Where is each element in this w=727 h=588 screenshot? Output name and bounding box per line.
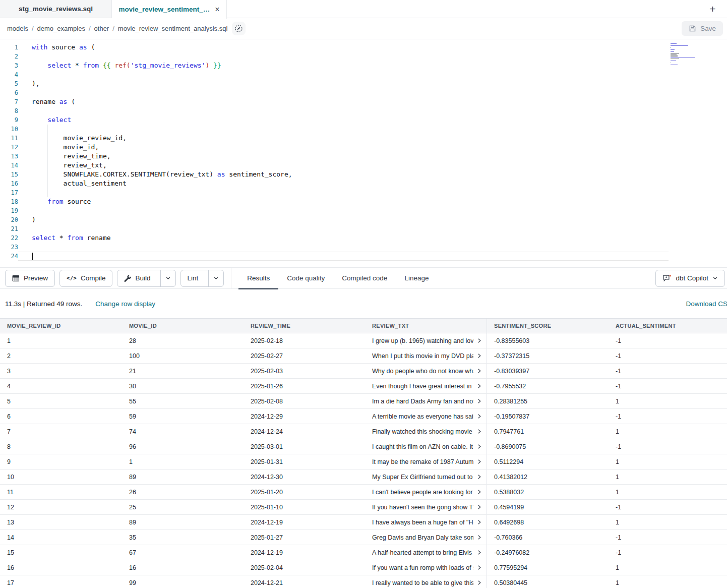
code-line[interactable]: 6: [0, 88, 727, 97]
code-lines: 1with source as (23 select * from {{ ref…: [0, 43, 727, 261]
cell-value: 4: [7, 383, 11, 390]
expand-cell-button[interactable]: [476, 535, 482, 540]
column-header[interactable]: REVIEW_TXT: [365, 319, 487, 333]
expand-cell-button[interactable]: [476, 565, 482, 570]
column-header[interactable]: SENTIMENT_SCORE: [487, 319, 609, 333]
preview-button[interactable]: Preview: [5, 270, 55, 287]
breadcrumb-segment[interactable]: movie_review_sentiment_analysis.sql: [118, 25, 228, 32]
breadcrumb-segment[interactable]: other: [94, 25, 109, 32]
minimap-line: [671, 45, 688, 46]
code-line[interactable]: 15 SNOWFLAKE.CORTEX.SENTIMENT(review_txt…: [0, 170, 727, 179]
dbt-copilot-button[interactable]: dbt Copilot: [655, 270, 725, 287]
code-line[interactable]: 17: [0, 188, 727, 197]
code-line[interactable]: 23: [0, 243, 727, 252]
column-header[interactable]: MOVIE_ID: [122, 319, 244, 333]
line-number: 1: [0, 43, 18, 52]
table-cell: 7: [0, 424, 122, 439]
tab-stg-movie-reviews[interactable]: stg_movie_reviews.sql: [0, 0, 112, 18]
code-line[interactable]: 13 review_time,: [0, 152, 727, 161]
cell-value: 2025-03-01: [251, 443, 283, 450]
expand-cell-button[interactable]: [476, 489, 482, 495]
code-line[interactable]: 14 review_txt,: [0, 161, 727, 170]
expand-cell-button[interactable]: [476, 519, 482, 525]
expand-cell-button[interactable]: [476, 444, 482, 449]
code-line[interactable]: 2: [0, 52, 727, 61]
code-line[interactable]: 8: [0, 106, 727, 115]
code-line[interactable]: 12 movie_id,: [0, 143, 727, 152]
compile-button[interactable]: </> Compile: [59, 270, 112, 287]
column-header[interactable]: MOVIE_REVIEW_ID: [0, 319, 122, 333]
tab-code-quality[interactable]: Code quality: [278, 267, 333, 289]
expand-cell-button[interactable]: [476, 550, 482, 555]
code-line[interactable]: 10: [0, 125, 727, 134]
code-line[interactable]: 9 select: [0, 115, 727, 125]
expand-cell-button[interactable]: [476, 414, 482, 419]
cell-value: Why do people who do not know what…: [372, 368, 473, 375]
minimap[interactable]: [671, 43, 702, 68]
tab-compiled-code[interactable]: Compiled code: [333, 267, 396, 289]
save-button[interactable]: Save: [682, 21, 723, 36]
code-line[interactable]: 11 movie_review_id,: [0, 134, 727, 143]
code-line[interactable]: 4: [0, 70, 727, 79]
tab-movie-review-sentiment[interactable]: movie_review_sentiment_… ×: [112, 0, 227, 19]
cell-value: 6: [7, 413, 11, 420]
close-tab-icon[interactable]: ×: [215, 6, 219, 14]
cell-value: When I put this movie in my DVD playe…: [372, 352, 473, 360]
code-editor[interactable]: 1with source as (23 select * from {{ ref…: [0, 39, 727, 267]
expand-cell-button[interactable]: [476, 353, 482, 359]
expand-cell-button[interactable]: [476, 580, 482, 585]
expand-cell-button[interactable]: [476, 474, 482, 480]
table-row: 3212025-02-03Why do people who do not kn…: [0, 364, 727, 379]
line-number: 13: [0, 152, 18, 161]
table-cell: 5: [0, 394, 122, 408]
code-line[interactable]: 19: [0, 206, 727, 215]
code-line[interactable]: 5),: [0, 79, 727, 88]
compass-icon[interactable]: [232, 22, 246, 35]
code-line[interactable]: 3 select * from {{ ref('stg_movie_review…: [0, 61, 727, 70]
expand-cell-button[interactable]: [476, 383, 482, 389]
lint-dropdown-button[interactable]: [208, 270, 223, 286]
expand-cell-button[interactable]: [476, 429, 482, 434]
code-line[interactable]: 7rename as (: [0, 97, 727, 106]
expand-cell-icon: [476, 535, 482, 540]
cell-value: Even though I have great interest in Bi…: [372, 383, 473, 390]
build-button[interactable]: Build: [117, 270, 156, 286]
code-line[interactable]: 20): [0, 215, 727, 224]
column-header[interactable]: REVIEW_TIME: [244, 319, 365, 333]
cell-value: 2025-02-08: [251, 398, 283, 405]
indent-guide: [32, 61, 32, 70]
compile-label: Compile: [81, 274, 106, 282]
table-row: 10892024-12-30My Super Ex Girlfriend tur…: [0, 469, 727, 485]
indent-guide: [32, 134, 32, 143]
line-number: 24: [0, 252, 18, 261]
tab-results[interactable]: Results: [238, 267, 278, 289]
table-cell: 17: [0, 575, 122, 588]
code-line[interactable]: 24: [0, 252, 727, 261]
code-line[interactable]: 22select * from rename: [0, 233, 727, 243]
expand-cell-button[interactable]: [476, 504, 482, 510]
expand-cell-button[interactable]: [476, 459, 482, 464]
breadcrumb-segment[interactable]: demo_examples: [37, 25, 85, 32]
expand-cell-button[interactable]: [476, 398, 482, 404]
code-line[interactable]: 1with source as (: [0, 43, 727, 52]
new-tab-button[interactable]: +: [698, 0, 727, 18]
build-dropdown-button[interactable]: [160, 270, 175, 286]
code-line[interactable]: 21: [0, 224, 727, 233]
download-csv-link[interactable]: Download CSV: [686, 300, 727, 308]
breadcrumb-segment[interactable]: models: [7, 25, 28, 32]
column-header[interactable]: ACTUAL_SENTIMENT: [609, 319, 727, 333]
expand-cell-button[interactable]: [476, 338, 482, 343]
table-grid-icon: [12, 275, 20, 282]
lint-button[interactable]: Lint: [181, 270, 204, 286]
expand-cell-button[interactable]: [476, 368, 482, 374]
code-line[interactable]: 18 from source: [0, 197, 727, 206]
table-row: 14352025-01-27Greg Davis and Bryan Daly …: [0, 530, 727, 545]
tab-lineage[interactable]: Lineage: [396, 267, 437, 289]
table-cell: -0.83039397: [487, 364, 609, 378]
copilot-label: dbt Copilot: [676, 274, 708, 282]
cell-value: 1: [616, 474, 619, 481]
cell-value: 0.6492698: [494, 519, 524, 526]
table-cell: -1: [609, 409, 727, 424]
code-line[interactable]: 16 actual_sentiment: [0, 179, 727, 188]
change-row-display-link[interactable]: Change row display: [95, 300, 155, 308]
